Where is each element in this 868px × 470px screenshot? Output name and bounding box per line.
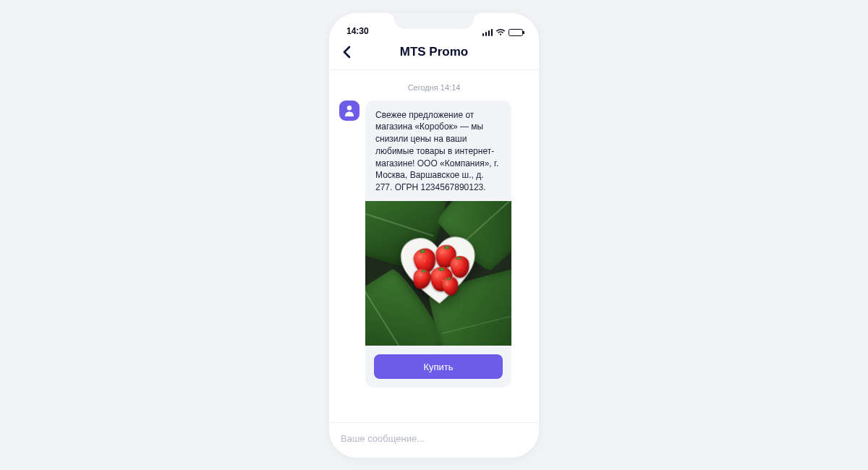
status-indicators — [482, 29, 524, 36]
message-input[interactable] — [341, 433, 527, 444]
notch — [394, 13, 474, 29]
wifi-icon — [495, 29, 506, 36]
chat-header: MTS Promo — [329, 38, 539, 70]
person-icon — [344, 105, 354, 116]
message-row: Свежее предложение от магазина «Коробок»… — [339, 101, 529, 388]
heart-bowl — [397, 234, 479, 307]
svg-point-0 — [347, 106, 352, 110]
battery-icon — [509, 29, 523, 36]
message-text: Свежее предложение от магазина «Коробок»… — [365, 101, 511, 202]
back-button[interactable] — [339, 45, 354, 59]
phone-frame: 14:30 MTS Promo Сегодня 14:14 — [329, 13, 539, 458]
message-image[interactable] — [365, 201, 511, 346]
chat-title: MTS Promo — [354, 45, 529, 59]
status-time: 14:30 — [346, 26, 369, 36]
day-separator: Сегодня 14:14 — [339, 83, 529, 92]
chevron-left-icon — [342, 46, 351, 59]
composer — [329, 422, 539, 458]
signal-icon — [482, 29, 493, 36]
message-bubble: Свежее предложение от магазина «Коробок»… — [365, 101, 511, 388]
sender-avatar[interactable] — [339, 101, 359, 121]
buy-button[interactable]: Купить — [374, 354, 503, 379]
message-thread[interactable]: Сегодня 14:14 Свежее предложение от мага… — [329, 70, 539, 422]
